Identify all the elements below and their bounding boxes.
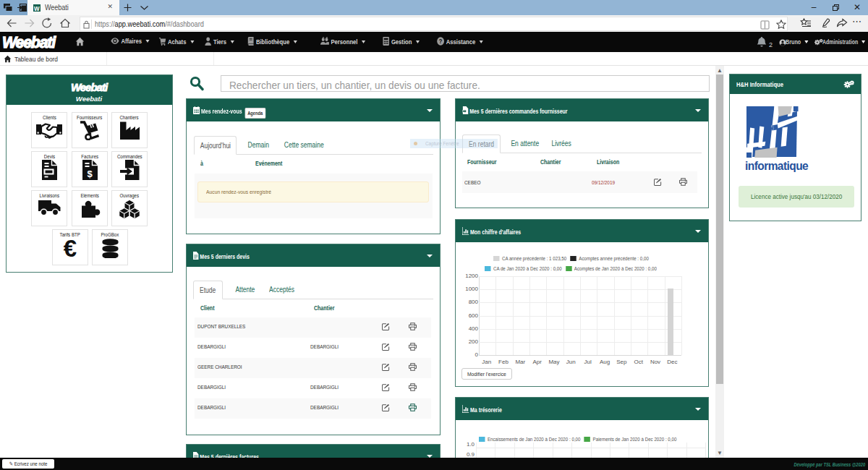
svg-text:$: $ xyxy=(87,168,93,179)
svg-text:Weebati: Weebati xyxy=(2,33,56,51)
svg-text:Weebati: Weebati xyxy=(76,95,103,103)
svg-text:?: ? xyxy=(439,38,443,46)
svg-text:Weebati: Weebati xyxy=(71,81,109,93)
